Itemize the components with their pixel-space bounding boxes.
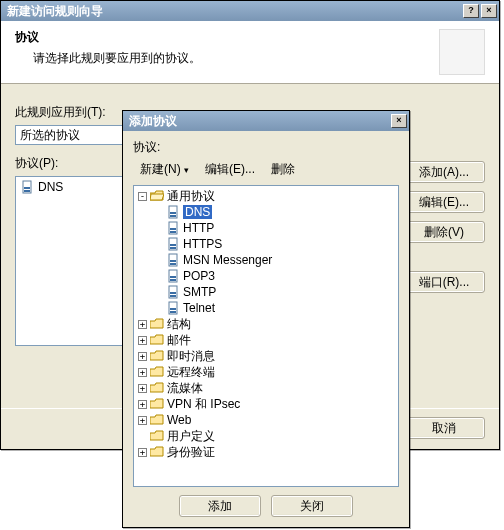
tree-item-label: SMTP — [183, 285, 216, 299]
wizard-header-icon — [439, 29, 485, 75]
svg-rect-7 — [170, 215, 176, 217]
dialog-title: 添加协议 — [129, 113, 177, 130]
edit-button[interactable]: 编辑(E)... — [403, 191, 485, 213]
folder-icon — [150, 382, 164, 394]
tree-folder-label: 即时消息 — [167, 348, 215, 365]
folder-icon — [150, 334, 164, 346]
svg-marker-30 — [150, 383, 163, 392]
folder-icon — [150, 430, 164, 442]
protocol-icon — [166, 221, 180, 235]
tree-protocol-item[interactable]: SMTP — [154, 284, 394, 300]
toolbar-delete[interactable]: 删除 — [264, 158, 302, 181]
tree-folder-label: 远程终端 — [167, 364, 215, 381]
tree-folder[interactable]: + Web — [138, 412, 394, 428]
dialog-toolbar: 新建(N) ▾ 编辑(E)... 删除 — [133, 158, 399, 181]
svg-rect-16 — [170, 263, 176, 265]
tree-folder-label: 身份验证 — [167, 444, 215, 461]
tree-folder-label: 结构 — [167, 316, 191, 333]
tree-item-label: MSN Messenger — [183, 253, 272, 267]
dialog-titlebar: 添加协议 × — [123, 111, 409, 131]
wizard-help-button[interactable]: ? — [463, 4, 479, 18]
wizard-header-title: 协议 — [15, 29, 439, 46]
folder-icon — [150, 318, 164, 330]
svg-rect-10 — [170, 231, 176, 233]
protocol-icon — [166, 269, 180, 283]
tree-folder[interactable]: 用户定义 — [138, 428, 394, 444]
folder-icon — [150, 446, 164, 458]
expand-icon[interactable]: + — [138, 336, 147, 345]
dialog-add-button[interactable]: 添加 — [179, 495, 261, 517]
apply-to-value: 所选的协议 — [20, 127, 80, 144]
protocol-icon — [166, 205, 180, 219]
tree-folder-label: 用户定义 — [167, 428, 215, 445]
tree-item-label: HTTP — [183, 221, 214, 235]
cancel-button[interactable]: 取消 — [403, 417, 485, 439]
tree-folder-common[interactable]: - 通用协议 — [138, 188, 394, 204]
dialog-close-ok-button[interactable]: 关闭 — [271, 495, 353, 517]
expand-icon[interactable]: + — [138, 352, 147, 361]
tree-folder[interactable]: + 结构 — [138, 316, 394, 332]
wizard-header-subtitle: 请选择此规则要应用到的协议。 — [15, 50, 439, 67]
svg-marker-26 — [150, 319, 163, 328]
svg-marker-33 — [150, 431, 163, 440]
tree-folder[interactable]: + 流媒体 — [138, 380, 394, 396]
svg-rect-1 — [24, 187, 30, 189]
svg-rect-15 — [170, 260, 176, 262]
protocol-tree[interactable]: - 通用协议 DNS HTTP HTTPS MSN Messenger POP3… — [133, 185, 399, 487]
tree-protocol-item[interactable]: Telnet — [154, 300, 394, 316]
svg-rect-12 — [170, 244, 176, 246]
chevron-down-icon: ▾ — [184, 165, 189, 175]
port-button[interactable]: 端口(R)... — [403, 271, 485, 293]
tree-protocol-item[interactable]: HTTP — [154, 220, 394, 236]
expand-icon[interactable]: + — [138, 384, 147, 393]
add-button[interactable]: 添加(A)... — [403, 161, 485, 183]
tree-folder-label: 邮件 — [167, 332, 191, 349]
folder-icon — [150, 366, 164, 378]
tree-item-label: POP3 — [183, 269, 215, 283]
tree-folder[interactable]: + 身份验证 — [138, 444, 394, 460]
svg-marker-28 — [150, 351, 163, 360]
protocol-icon — [166, 237, 180, 251]
toolbar-new[interactable]: 新建(N) ▾ — [133, 158, 196, 181]
expand-icon[interactable]: + — [138, 320, 147, 329]
folder-icon — [150, 414, 164, 426]
delete-button[interactable]: 删除(V) — [403, 221, 485, 243]
toolbar-edit[interactable]: 编辑(E)... — [198, 158, 262, 181]
wizard-close-button[interactable]: × — [481, 4, 497, 18]
folder-icon — [150, 398, 164, 410]
add-protocol-dialog: 添加协议 × 协议: 新建(N) ▾ 编辑(E)... 删除 - 通用协议 DN — [122, 110, 410, 528]
tree-folder-label: 通用协议 — [167, 188, 215, 205]
list-item-label: DNS — [38, 180, 63, 194]
tree-protocol-item[interactable]: HTTPS — [154, 236, 394, 252]
tree-folder-label: VPN 和 IPsec — [167, 396, 240, 413]
svg-rect-13 — [170, 247, 176, 249]
tree-folder[interactable]: + 邮件 — [138, 332, 394, 348]
tree-item-label: HTTPS — [183, 237, 222, 251]
svg-rect-19 — [170, 279, 176, 281]
tree-protocol-item[interactable]: MSN Messenger — [154, 252, 394, 268]
tree-item-label: Telnet — [183, 301, 215, 315]
svg-rect-22 — [170, 295, 176, 297]
expand-icon[interactable]: + — [138, 368, 147, 377]
wizard-title: 新建访问规则向导 — [7, 3, 103, 20]
expand-icon[interactable]: + — [138, 400, 147, 409]
svg-rect-2 — [24, 190, 30, 192]
tree-protocol-item[interactable]: POP3 — [154, 268, 394, 284]
folder-open-icon — [150, 190, 164, 202]
svg-rect-6 — [170, 212, 176, 214]
tree-folder[interactable]: + 远程终端 — [138, 364, 394, 380]
svg-marker-29 — [150, 367, 163, 376]
expand-icon[interactable]: + — [138, 448, 147, 457]
protocol-icon — [166, 301, 180, 315]
folder-icon — [150, 350, 164, 362]
dialog-close-button[interactable]: × — [391, 114, 407, 128]
expand-icon[interactable]: + — [138, 416, 147, 425]
svg-rect-9 — [170, 228, 176, 230]
tree-protocol-item[interactable]: DNS — [154, 204, 394, 220]
svg-marker-4 — [150, 194, 164, 200]
tree-folder[interactable]: + VPN 和 IPsec — [138, 396, 394, 412]
wizard-titlebar: 新建访问规则向导 ? × — [1, 1, 499, 21]
collapse-icon[interactable]: - — [138, 192, 147, 201]
dialog-protocols-label: 协议: — [133, 139, 399, 156]
tree-folder[interactable]: + 即时消息 — [138, 348, 394, 364]
